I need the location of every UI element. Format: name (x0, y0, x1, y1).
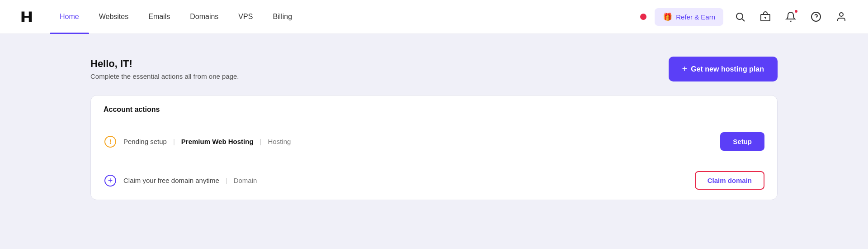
account-actions-title: Account actions (104, 105, 764, 114)
plus-circle-icon: + (104, 175, 116, 187)
store-button[interactable] (757, 8, 774, 25)
action-left-domain: + Claim your free domain anytime | Domai… (104, 174, 695, 187)
get-hosting-label: Get new hosting plan (691, 65, 764, 73)
refer-earn-label: Refer & Earn (676, 13, 715, 21)
profile-button[interactable] (833, 8, 850, 25)
profile-icon (836, 11, 847, 22)
nav-vps[interactable]: VPS (228, 0, 263, 34)
domain-status: Claim your free domain anytime (123, 177, 219, 184)
warning-icon: ! (104, 136, 116, 148)
account-actions-card: Account actions ! Pending setup | Premiu… (90, 95, 778, 200)
nav-websites[interactable]: Websites (89, 0, 139, 34)
nav-home[interactable]: Home (50, 0, 89, 34)
action-text-hosting: Pending setup | Premium Web Hosting | Ho… (123, 138, 291, 145)
nav-emails[interactable]: Emails (138, 0, 180, 34)
hosting-tag: Hosting (268, 138, 291, 145)
search-button[interactable] (731, 8, 749, 25)
domain-tag: Domain (234, 177, 257, 184)
svg-point-1 (736, 13, 743, 19)
action-row-domain: + Claim your free domain anytime | Domai… (91, 161, 777, 200)
greeting-subtitle: Complete the essential actions all from … (90, 72, 239, 80)
action-text-domain: Claim your free domain anytime | Domain (123, 177, 257, 184)
gift-icon: 🎁 (663, 12, 672, 22)
greeting-block: Hello, IT! Complete the essential action… (90, 58, 239, 80)
pipe-divider-2: | (260, 138, 262, 145)
refer-earn-button[interactable]: 🎁 Refer & Earn (655, 8, 723, 26)
greeting-title: Hello, IT! (90, 58, 239, 70)
nav-right: 🎁 Refer & Earn (640, 8, 850, 26)
search-icon (735, 11, 745, 22)
svg-line-2 (742, 19, 745, 21)
action-row-hosting: ! Pending setup | Premium Web Hosting | … (91, 122, 777, 161)
page-header: Hello, IT! Complete the essential action… (90, 57, 778, 81)
pipe-divider-1: | (173, 138, 175, 145)
help-icon (811, 11, 821, 22)
nav-domains[interactable]: Domains (180, 0, 228, 34)
help-button[interactable] (807, 8, 825, 25)
hosting-product: Premium Web Hosting (181, 138, 254, 145)
notification-badge (794, 9, 798, 14)
nav-links: Home Websites Emails Domains VPS Billing (50, 0, 640, 34)
store-icon (760, 11, 771, 22)
navbar: Home Websites Emails Domains VPS Billing… (0, 0, 868, 34)
plus-icon: + (682, 64, 688, 74)
nav-billing[interactable]: Billing (263, 0, 302, 34)
logo (18, 8, 35, 25)
hosting-status: Pending setup (123, 138, 167, 145)
status-dot (640, 14, 646, 20)
action-icon-hosting: ! (104, 135, 117, 148)
action-left-hosting: ! Pending setup | Premium Web Hosting | … (104, 135, 720, 148)
get-hosting-button[interactable]: + Get new hosting plan (669, 57, 778, 81)
setup-button[interactable]: Setup (720, 132, 764, 151)
claim-domain-button[interactable]: Claim domain (695, 171, 764, 190)
notifications-button[interactable] (782, 8, 799, 25)
account-actions-header: Account actions (91, 96, 777, 122)
pipe-divider-3: | (226, 177, 227, 184)
main-content: Hello, IT! Complete the essential action… (0, 34, 868, 218)
action-icon-domain: + (104, 174, 117, 187)
svg-point-8 (840, 13, 843, 16)
